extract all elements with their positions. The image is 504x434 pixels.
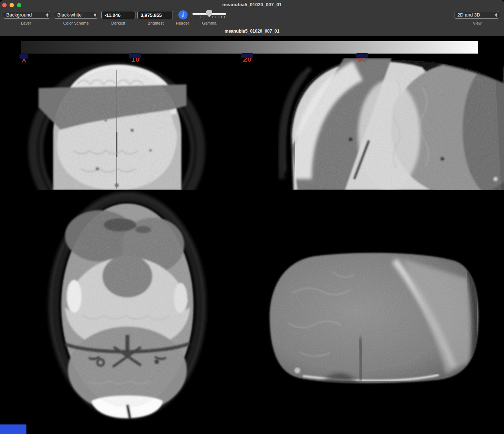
darkest-label: Darkest	[111, 21, 125, 25]
color-scheme-select-value: Black-white	[57, 12, 81, 18]
layer-select[interactable]: Background	[3, 11, 50, 19]
layer-filename-overlay: meanubia5_01020_007_01	[0, 28, 504, 36]
color-scheme-label: Color Scheme	[63, 21, 89, 25]
gamma-label: Gamma	[202, 21, 216, 25]
sagittal-slice-view[interactable]	[275, 58, 504, 190]
axial-slice-view[interactable]	[45, 190, 210, 420]
info-icon: i	[182, 12, 184, 18]
slice-label-x: X	[21, 56, 26, 63]
window-title: meanubia5_01020_007_01	[0, 0, 504, 10]
color-scheme-select[interactable]: Black-white	[54, 11, 98, 19]
slice-label-backdrop	[129, 53, 141, 58]
coronal-slice-view[interactable]	[22, 59, 207, 190]
intensity-colorbar	[21, 41, 478, 54]
layer-label: Layer	[21, 21, 31, 25]
header-label: Header	[176, 21, 189, 25]
slice-label-backdrop	[19, 54, 28, 59]
view-label: View	[473, 21, 482, 25]
layer-select-value: Background	[6, 12, 32, 18]
view-select[interactable]: 2D and 3D	[454, 11, 499, 19]
slice-label-10: 10	[131, 55, 139, 63]
gamma-slider[interactable]	[192, 10, 226, 20]
brightest-input[interactable]	[137, 11, 173, 19]
bottom-left-blue-panel	[0, 424, 26, 434]
header-info-button[interactable]: i	[178, 10, 188, 19]
titlebar: meanubia5_01020_007_01	[0, 0, 504, 10]
darkest-input[interactable]	[101, 11, 135, 19]
slice-label-30: 30	[358, 55, 366, 63]
viewer-canvas: X 10 20 30	[0, 36, 504, 434]
slice-label-20: 20	[243, 55, 251, 63]
app-window: meanubia5_01020_007_01 Background Layer …	[0, 0, 504, 434]
chevron-updown-icon	[495, 13, 497, 17]
window-chrome: meanubia5_01020_007_01 Background Layer …	[0, 0, 504, 36]
brightest-label: Brightest	[148, 21, 163, 25]
slice-label-backdrop	[241, 53, 253, 58]
view-select-value: 2D and 3D	[457, 12, 480, 18]
volume-render-view[interactable]	[248, 249, 492, 385]
slice-label-backdrop	[356, 53, 368, 58]
chevron-updown-icon	[46, 13, 48, 17]
chevron-updown-icon	[94, 13, 96, 17]
